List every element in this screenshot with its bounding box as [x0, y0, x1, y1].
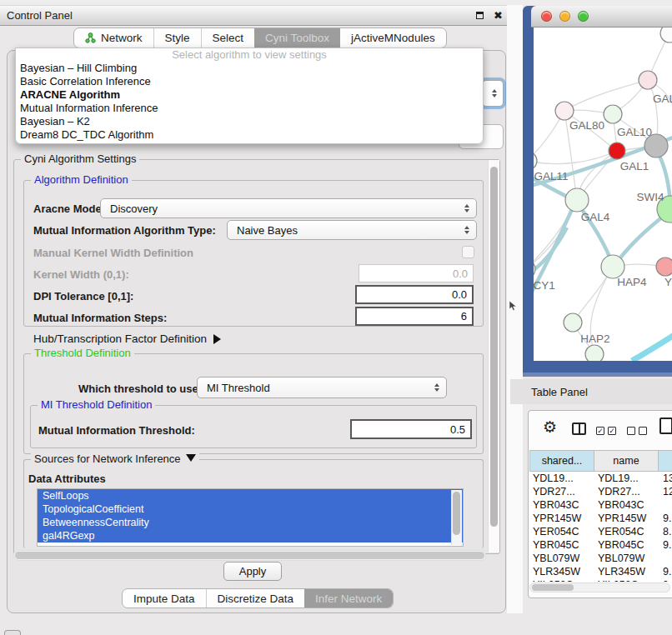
table-horizontal-scrollbar[interactable]	[529, 582, 670, 592]
algorithm-popup: Select algorithm to view settings Bayesi…	[15, 48, 484, 144]
node-label: GAL	[653, 92, 672, 105]
mi-steps-field[interactable]: 6	[355, 307, 474, 326]
minimize-window-button[interactable]	[559, 11, 570, 22]
table-row[interactable]: YBL079WYBL079W	[529, 552, 672, 565]
network-node-gal4[interactable]	[565, 188, 589, 212]
table-row[interactable]: YBR045CYBR045C9.	[529, 538, 672, 552]
settings-horizontal-scrollbar[interactable]	[13, 550, 486, 561]
network-edge[interactable]	[632, 334, 672, 361]
which-threshold-label: Which threshold to use:	[78, 382, 202, 395]
data-attribute-item[interactable]: gal4RGexp	[38, 529, 463, 542]
data-attribute-item[interactable]: BetweennessCentrality	[38, 516, 463, 529]
column-header[interactable]: A	[658, 451, 672, 471]
network-node-hap2[interactable]	[564, 313, 582, 332]
network-node[interactable]	[660, 28, 672, 42]
table-hscroll-thumb[interactable]	[532, 584, 574, 591]
data-attribute-item[interactable]: TopologicalCoefficient	[38, 502, 463, 516]
dpi-tolerance-field[interactable]: 0.0	[355, 285, 474, 304]
export-table-icon[interactable]	[659, 418, 672, 434]
node-label: GAL1	[620, 160, 649, 172]
inference-algorithm-combo-stub[interactable]	[482, 80, 504, 107]
network-node-y[interactable]	[656, 258, 672, 276]
unselect-all-columns-icon[interactable]	[627, 427, 647, 435]
select-all-columns-icon[interactable]: ✓ ✓	[596, 427, 616, 435]
aracne-mode-combo[interactable]: Discovery	[100, 198, 477, 218]
table-row[interactable]: YPR145WYPR145W9.	[529, 512, 672, 525]
table-cell: 9.	[659, 565, 672, 578]
settings-vertical-scrollbar[interactable]	[488, 160, 499, 552]
network-node[interactable]	[644, 134, 668, 158]
column-header[interactable]: name	[594, 451, 659, 471]
algorithm-option[interactable]: Mutual Information Inference	[16, 102, 483, 115]
node-label: GAL80	[569, 119, 604, 132]
table-cell	[659, 552, 672, 565]
close-panel-icon[interactable]: ✖	[493, 10, 504, 21]
algorithm-option[interactable]: Dream8 DC_TDC Algorithm	[16, 128, 483, 142]
network-canvas[interactable]: GALGAL80GAL10GAL1GAL11SWI4GAL4GCY1HAP4YH…	[534, 28, 672, 361]
algorithm-popup-placeholder: Select algorithm to view settings	[16, 48, 483, 62]
tab-jactivemnodules[interactable]: jActiveMNodules	[340, 28, 446, 48]
column-header[interactable]: shared...	[529, 451, 594, 471]
sources-group-title[interactable]: Sources for Network Inference	[31, 452, 199, 465]
close-window-button[interactable]	[541, 11, 552, 22]
network-window-titlebar[interactable]	[531, 6, 672, 28]
aracne-mode-label: Aracne Mode:	[33, 202, 105, 215]
algorithm-option[interactable]: Bayesian – K2	[16, 115, 483, 128]
kernel-width-field[interactable]: 0.0	[359, 264, 474, 282]
mi-threshold-group-title: MI Threshold Definition	[38, 398, 155, 411]
table-header-row: shared...nameA	[529, 450, 672, 472]
collapsed-panel-icon[interactable]	[4, 630, 21, 635]
network-node-gal1[interactable]	[609, 142, 625, 159]
tab-select[interactable]: Select	[201, 28, 255, 48]
network-node-gal11[interactable]	[534, 152, 537, 170]
float-panel-icon[interactable]	[474, 10, 485, 21]
network-node-gal10[interactable]	[604, 105, 622, 123]
mi-type-label: Mutual Information Algorithm Type:	[33, 224, 216, 237]
columns-icon[interactable]	[572, 422, 586, 435]
tab-infer-network[interactable]: Infer Network	[304, 589, 393, 608]
manual-kernel-checkbox[interactable]	[462, 246, 474, 258]
which-threshold-combo[interactable]: MI Threshold	[197, 377, 447, 398]
algorithm-option[interactable]: ARACNE Algorithm	[16, 88, 483, 102]
attributes-scrollbar[interactable]	[451, 490, 462, 545]
hub-definition-toggle[interactable]: Hub/Transcription Factor Definition	[33, 332, 221, 345]
table-row[interactable]: YDR27...YDR27...12	[529, 485, 672, 498]
tab-cyni-toolbox[interactable]: Cyni Toolbox	[254, 28, 340, 48]
algorithm-definition-title: Algorithm Definition	[31, 173, 132, 186]
table-row[interactable]: YER054CYER054C8.	[529, 525, 672, 538]
tab-select-label: Select	[213, 32, 244, 44]
algorithm-option[interactable]: Bayesian – Hill Climbing	[16, 62, 483, 75]
network-node-hap4[interactable]	[601, 255, 624, 278]
data-attribute-item[interactable]: SelfLoops	[38, 489, 463, 502]
node-table[interactable]: shared...nameA YDL19...YDL19...13YDR27..…	[529, 450, 672, 582]
attributes-scrollbar-thumb[interactable]	[453, 492, 460, 535]
tab-network[interactable]: Network	[74, 28, 153, 48]
table-cell: 9.	[659, 512, 672, 525]
table-row[interactable]: YBR043CYBR043C	[529, 498, 672, 512]
mi-type-combo[interactable]: Naive Bayes	[227, 220, 477, 240]
table-cell: 12	[659, 485, 672, 498]
algorithm-option[interactable]: Basic Correlation Inference	[16, 75, 483, 88]
network-edge[interactable]	[534, 228, 567, 278]
table-cell: YDL19...	[594, 472, 659, 485]
data-attributes-list[interactable]: SelfLoopsTopologicalCoefficientBetweenne…	[37, 488, 464, 547]
mi-threshold-label: Mutual Information Threshold:	[38, 424, 195, 437]
settings-hscroll-thumb[interactable]	[15, 552, 484, 559]
network-node-gal[interactable]	[639, 71, 657, 89]
table-row[interactable]: YDL19...YDL19...13	[529, 472, 672, 485]
settings-vscroll-thumb[interactable]	[490, 167, 498, 527]
network-node[interactable]	[585, 345, 604, 361]
zoom-window-button[interactable]	[578, 11, 589, 22]
tab-discretize-data[interactable]: Discretize Data	[206, 589, 305, 608]
network-node-gal80[interactable]	[555, 102, 574, 120]
apply-button[interactable]: Apply	[223, 562, 282, 581]
collapse-down-icon	[186, 454, 196, 462]
data-attributes-label: Data Attributes	[28, 472, 106, 485]
tab-impute-data[interactable]: Impute Data	[123, 589, 206, 608]
table-row[interactable]: YIL052CYIL052C9.	[529, 578, 672, 582]
tab-style[interactable]: Style	[153, 28, 201, 48]
node-label: GAL4	[581, 211, 610, 223]
mi-threshold-field[interactable]: 0.5	[350, 419, 472, 439]
table-row[interactable]: YLR345WYLR345W9.	[529, 565, 672, 578]
gear-icon[interactable]: ⚙	[543, 419, 557, 435]
